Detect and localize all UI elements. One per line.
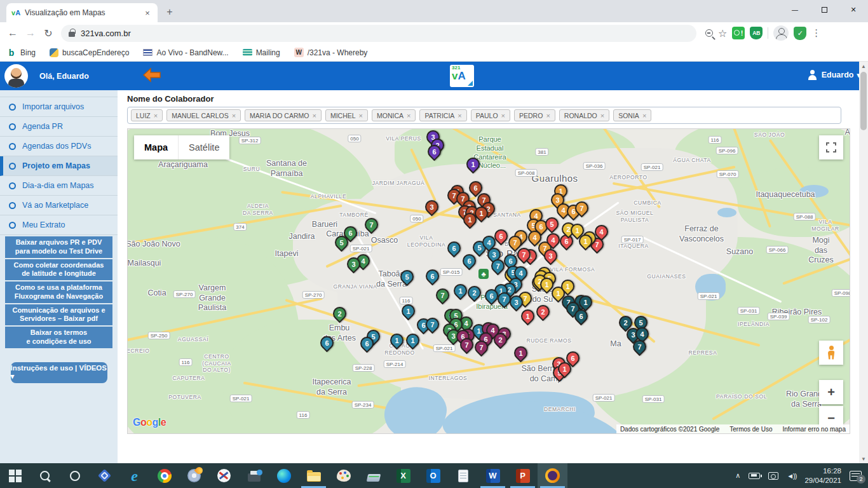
- taskbar-outlook-button[interactable]: O: [418, 463, 448, 488]
- taskbar-snip-button[interactable]: [209, 463, 239, 488]
- back-icon[interactable]: ←: [4, 24, 22, 42]
- sidebar-item-agendas-dos-pdvs[interactable]: Agendas dos PDVs: [0, 137, 118, 156]
- notifications-icon[interactable]: 2: [850, 471, 862, 481]
- filter-chip-ronaldo[interactable]: RONALDO: [559, 109, 609, 121]
- sidebar-download-button[interactable]: Comunicação de arquivos e Servidores – B…: [5, 304, 112, 326]
- google-logo[interactable]: Google: [133, 417, 166, 428]
- sidebar-item-meu-extrato[interactable]: Meu Extrato: [0, 215, 118, 235]
- map-type-mapa[interactable]: Mapa: [134, 135, 178, 159]
- filter-chip-pedro[interactable]: PEDRO: [514, 109, 555, 121]
- browser-tab[interactable]: vA Visualização em Mapas: [6, 3, 158, 22]
- page-scrollbar[interactable]: [859, 62, 868, 463]
- taskbar-paint-button[interactable]: [329, 463, 358, 488]
- taskbar-chrome-button[interactable]: [149, 463, 179, 488]
- route-shield: SP-008: [515, 169, 538, 177]
- bookmark-label: /321va - Whereby: [308, 48, 368, 57]
- filter-chip-luiz[interactable]: LUIZ: [131, 109, 163, 121]
- app-logo[interactable]: 321 vA: [450, 65, 474, 87]
- scrollbar-thumb[interactable]: [860, 72, 867, 130]
- taskbar-note-button[interactable]: [448, 463, 478, 488]
- taskbar-nero-button[interactable]: [179, 463, 209, 488]
- taskbar-avast-button[interactable]: [538, 463, 567, 488]
- bookmark-whereby[interactable]: W/321va - Whereby: [294, 48, 368, 57]
- taskbar-fax-button[interactable]: [239, 463, 269, 488]
- bookmark-python[interactable]: buscaCepEndereço: [50, 48, 129, 57]
- filter-chip-maria-do-carmo[interactable]: MARIA DO CARMO: [245, 109, 322, 121]
- sidebar-item-dia-a-dia-em-mapas[interactable]: Dia-a-dia em Mapas: [0, 176, 118, 196]
- sidebar-download-button[interactable]: Baixar arquivos PR e PDV para modelo ou …: [5, 236, 112, 258]
- chip-close-icon[interactable]: [600, 112, 604, 119]
- bookmark-mailing[interactable]: Mailing: [243, 48, 280, 57]
- display-icon[interactable]: [768, 472, 778, 480]
- bookmark-bing[interactable]: bBing: [6, 48, 36, 58]
- attribution-terms-link[interactable]: Termos de Uso: [729, 426, 772, 433]
- window-close-icon[interactable]: [839, 0, 868, 19]
- sidebar-item-v-ao-marketplace[interactable]: Vá ao Marketplace: [0, 196, 118, 215]
- user-menu[interactable]: Eduardo: [807, 69, 860, 81]
- sidebar-item-agenda-pr[interactable]: Agenda PR: [0, 117, 118, 137]
- user-avatar[interactable]: [4, 64, 28, 88]
- chip-close-icon[interactable]: [312, 112, 316, 119]
- chip-close-icon[interactable]: [546, 112, 550, 119]
- refresh-icon[interactable]: ↻: [39, 24, 57, 42]
- chip-close-icon[interactable]: [232, 112, 236, 119]
- scroll-up-icon[interactable]: [859, 62, 868, 71]
- filter-chip-monica[interactable]: MONICA: [372, 109, 416, 121]
- window-restore-icon[interactable]: [810, 0, 839, 19]
- sidebar-download-button[interactable]: Baixar os termos e condições de uso: [5, 327, 112, 348]
- chip-close-icon[interactable]: [359, 112, 363, 119]
- taskbar-word-button[interactable]: W: [478, 463, 508, 488]
- taskbar-vbox-button[interactable]: [90, 463, 119, 488]
- taskbar-edge-button[interactable]: [269, 463, 299, 488]
- google-map[interactable]: São PauloGuarulhosAraçariguamaSantana de…: [127, 128, 850, 434]
- window-minimize-icon[interactable]: [780, 0, 810, 19]
- taskbar-excel-button[interactable]: X: [388, 463, 418, 488]
- videos-button[interactable]: Instruções de uso | VÍDEOS ▾: [11, 362, 107, 383]
- sidebar-download-button[interactable]: Como coletar coordenadas de latitude e l…: [5, 259, 112, 281]
- speaker-icon[interactable]: [787, 472, 796, 480]
- browser-menu-icon[interactable]: [811, 27, 820, 39]
- adblock-extension-icon[interactable]: AB: [750, 27, 763, 39]
- battery-icon[interactable]: [749, 473, 760, 479]
- taskbar-scan-button[interactable]: [358, 463, 388, 488]
- collaborator-filter-input[interactable]: LUIZMANUEL CARLOSMARIA DO CARMOMICHELMON…: [127, 107, 841, 124]
- sidebar-download-button[interactable]: Como se usa a plataforma Fluxograma de N…: [5, 281, 112, 303]
- chip-close-icon[interactable]: [154, 112, 158, 119]
- taskbar-ie-button[interactable]: e: [119, 463, 149, 488]
- taskbar-ppt-button[interactable]: P: [508, 463, 538, 488]
- sidebar-item-importar-arquivos[interactable]: Importar arquivos: [0, 97, 118, 117]
- chip-close-icon[interactable]: [501, 112, 505, 119]
- bookmark-band[interactable]: Ao Vivo - BandNew...: [143, 48, 228, 57]
- clock[interactable]: 16:28 29/04/2021: [804, 466, 841, 485]
- tray-chevron-icon[interactable]: [735, 471, 740, 480]
- filter-chip-michel[interactable]: MICHEL: [325, 109, 368, 121]
- zoom-in-button[interactable]: [819, 380, 843, 404]
- chip-close-icon[interactable]: [458, 112, 461, 119]
- forward-icon[interactable]: →: [22, 24, 39, 42]
- chip-close-icon[interactable]: [642, 112, 646, 119]
- taskbar-searchw-button[interactable]: [30, 463, 60, 488]
- tab-close-icon[interactable]: [142, 8, 153, 18]
- back-arrow-icon[interactable]: [142, 67, 161, 85]
- filter-chip-patricia[interactable]: PATRICIA: [419, 109, 466, 121]
- pegman-button[interactable]: [819, 341, 843, 365]
- filter-chip-sonia[interactable]: SONIA: [613, 109, 651, 121]
- bookmark-star-icon[interactable]: [718, 27, 727, 39]
- scroll-down-icon[interactable]: [859, 454, 868, 463]
- taskbar-cortana-button[interactable]: [60, 463, 90, 488]
- extension-search-icon[interactable]: [732, 27, 745, 39]
- map-type-satelite[interactable]: Satélite: [178, 135, 229, 159]
- attribution-report-link[interactable]: Informar erro no mapa: [783, 426, 846, 433]
- profile-icon[interactable]: [773, 25, 789, 41]
- sidebar-item-projeto-em-mapas[interactable]: Projeto em Mapas: [0, 156, 118, 176]
- fullscreen-button[interactable]: [819, 135, 843, 159]
- address-bar[interactable]: 321va.com.br: [61, 25, 696, 42]
- new-tab-button[interactable]: [161, 4, 178, 20]
- taskbar-start-button[interactable]: [0, 463, 30, 488]
- taskbar-folder-button[interactable]: [299, 463, 329, 488]
- filter-chip-manuel-carlos[interactable]: MANUEL CARLOS: [166, 109, 241, 121]
- filter-chip-paulo[interactable]: PAULO: [471, 109, 510, 121]
- security-shield-icon[interactable]: [794, 27, 806, 40]
- zoom-indicator-icon[interactable]: [705, 29, 713, 37]
- chip-close-icon[interactable]: [407, 112, 410, 119]
